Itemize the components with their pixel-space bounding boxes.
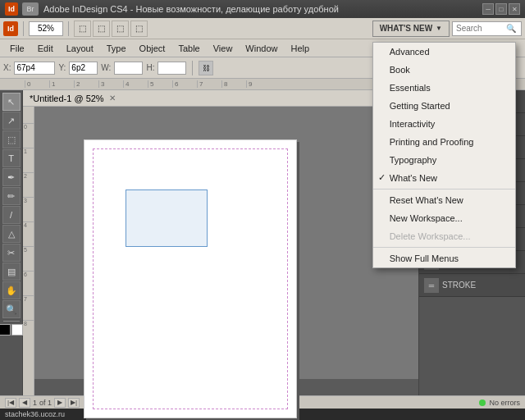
last-page-button[interactable]: ▶|: [68, 398, 80, 408]
menu-item-book-label: Book: [390, 65, 410, 75]
tab-close-button[interactable]: ✕: [109, 94, 116, 103]
fill-color[interactable]: [0, 324, 11, 336]
document-page[interactable]: [84, 139, 297, 418]
menu-item-printing-proofing[interactable]: Printing and Proofing: [373, 133, 515, 151]
zoom-tool[interactable]: 🔍: [2, 300, 21, 318]
close-button[interactable]: ✕: [509, 3, 520, 15]
menu-window[interactable]: Window: [239, 41, 284, 56]
maximize-button[interactable]: □: [495, 3, 507, 15]
select-tool[interactable]: ↖: [2, 93, 21, 111]
search-icon: 🔍: [506, 24, 516, 33]
bridge-icon[interactable]: Br: [22, 2, 39, 16]
menu-item-getting-started[interactable]: Getting Started: [373, 97, 515, 115]
stroke-color[interactable]: [11, 324, 23, 336]
scissors-tool[interactable]: ✂: [2, 244, 21, 262]
frame-tool[interactable]: ⬚: [2, 130, 21, 148]
menu-item-delete-workspace-label: Delete Workspace...: [390, 231, 471, 241]
frame-object[interactable]: [126, 189, 208, 247]
v-mark-6: 6: [23, 271, 34, 295]
ruler-marks: 0 1 2 3 4 5 6 7 8 9: [25, 80, 271, 88]
toolbar-icon-1[interactable]: ⬚: [74, 21, 91, 37]
menu-item-book[interactable]: Book: [373, 61, 515, 79]
gradient-tool[interactable]: ▤: [2, 262, 21, 281]
w-input[interactable]: [114, 62, 143, 75]
menu-layout[interactable]: Layout: [60, 41, 100, 56]
menu-help[interactable]: Help: [284, 41, 316, 56]
whats-new-label: WHAT'S NEW: [380, 24, 432, 33]
document-tab[interactable]: *Untitled-1 @ 52% ✕: [23, 90, 418, 107]
whats-new-dropdown: Advanced Book Essentials Getting Started…: [372, 42, 516, 268]
separator2: [68, 21, 69, 36]
pencil-tool[interactable]: ✏: [2, 187, 21, 205]
h-input[interactable]: [158, 62, 186, 75]
toolbar-icon-4[interactable]: ⬚: [130, 21, 148, 37]
ruler-mark-5: 5: [148, 80, 172, 88]
menu-type[interactable]: Type: [100, 41, 133, 56]
tab-label: *Untitled-1 @ 52%: [30, 94, 104, 103]
whats-new-button[interactable]: WHAT'S NEW ▼: [372, 21, 450, 37]
prev-page-button[interactable]: ◀: [19, 398, 30, 408]
zoom-level[interactable]: 52%: [29, 21, 63, 36]
h-label: H:: [146, 63, 154, 72]
y-input[interactable]: [69, 62, 98, 75]
canvas-body[interactable]: [34, 107, 418, 379]
ruler-mark-8: 8: [221, 80, 246, 88]
menu-item-reset-label: Reset What's New: [390, 195, 463, 205]
ruler-mark-9: 9: [246, 80, 271, 88]
menu-item-typography-label: Typography: [390, 155, 436, 165]
menu-item-whats-new[interactable]: What's New: [373, 169, 515, 187]
minimize-button[interactable]: ─: [482, 3, 494, 15]
v-mark-5: 5: [23, 246, 34, 271]
menu-edit[interactable]: Edit: [31, 41, 60, 56]
left-toolbar: ↖ ↗ ⬚ T ✒ ✏ / △ ✂ ▤ ✋ 🔍: [0, 90, 23, 395]
menu-table[interactable]: Table: [171, 41, 206, 56]
whats-new-arrow-icon: ▼: [436, 25, 442, 32]
chain-icon[interactable]: ⛓: [199, 61, 213, 75]
menu-view[interactable]: View: [207, 41, 240, 56]
hand-tool[interactable]: ✋: [2, 281, 21, 299]
direct-select-tool[interactable]: ↗: [2, 112, 21, 130]
color-tools: [0, 324, 23, 336]
separator: [23, 21, 24, 36]
menu-object[interactable]: Object: [133, 41, 172, 56]
ruler-mark-6: 6: [172, 80, 197, 88]
v-mark-8: 8: [23, 320, 34, 345]
menu-item-typography[interactable]: Typography: [373, 151, 515, 169]
v-mark-4: 4: [23, 221, 34, 246]
ruler-mark-3: 3: [98, 80, 123, 88]
menu-item-getting-started-label: Getting Started: [390, 101, 450, 111]
ruler-mark-0: 0: [25, 80, 49, 88]
v-mark-7: 7: [23, 295, 34, 320]
panel-stroke[interactable]: ═ STROKE: [419, 274, 525, 297]
search-container: 🔍: [452, 21, 522, 36]
toolbar-icon-2[interactable]: ⬚: [93, 21, 110, 37]
search-input[interactable]: [453, 22, 506, 35]
whats-new-container: WHAT'S NEW ▼ Advanced Book Essentials Ge…: [372, 21, 450, 37]
line-tool[interactable]: /: [2, 206, 21, 224]
first-page-button[interactable]: |◀: [5, 398, 16, 408]
toolbar-icon-3[interactable]: ⬚: [112, 21, 129, 37]
menu-item-interactivity-label: Interactivity: [390, 119, 436, 129]
x-input[interactable]: [14, 62, 55, 75]
shape-tool[interactable]: △: [2, 225, 21, 243]
menu-item-interactivity[interactable]: Interactivity: [373, 115, 515, 133]
status-dot: [479, 399, 486, 406]
menu-file[interactable]: File: [3, 41, 31, 56]
canvas-container: *Untitled-1 @ 52% ✕ 0 1 2 3 4 5 6 7 8: [23, 90, 418, 395]
next-page-button[interactable]: ▶: [54, 398, 66, 408]
canvas-inner: 0 1 2 3 4 5 6 7 8: [23, 107, 418, 395]
menu-item-reset[interactable]: Reset What's New: [373, 191, 515, 209]
menu-item-essentials[interactable]: Essentials: [373, 79, 515, 97]
status-area: No errors: [479, 399, 520, 407]
v-mark-1: 1: [23, 148, 34, 172]
x-label: X:: [3, 63, 11, 72]
menu-item-show-full-menus[interactable]: Show Full Menus: [373, 249, 515, 267]
page-margin-guides: [93, 148, 288, 409]
menu-item-new-workspace[interactable]: New Workspace...: [373, 209, 515, 227]
pen-tool[interactable]: ✒: [2, 168, 21, 186]
type-tool[interactable]: T: [2, 149, 21, 167]
y-label: Y:: [58, 63, 66, 72]
panel-stroke-label: STROKE: [442, 281, 476, 290]
menu-item-advanced[interactable]: Advanced: [373, 43, 515, 61]
toolbar-right: WHAT'S NEW ▼ Advanced Book Essentials Ge…: [369, 21, 525, 37]
